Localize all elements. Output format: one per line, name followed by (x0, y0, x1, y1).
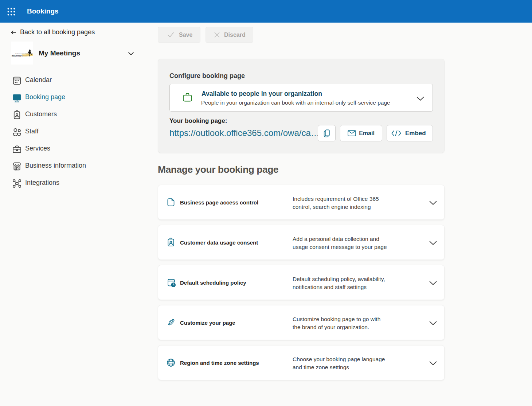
svg-text:attorneyatwor: attorneyatwor (12, 54, 28, 57)
